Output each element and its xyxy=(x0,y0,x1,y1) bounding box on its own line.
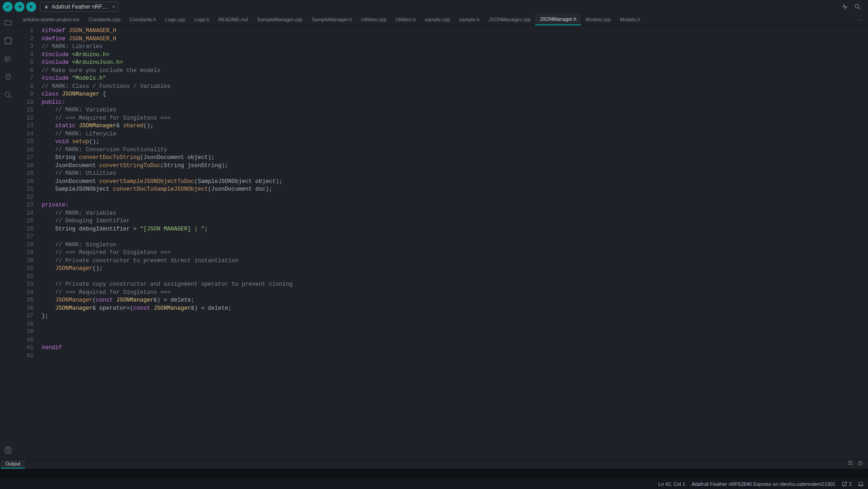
board-port-status[interactable]: Adafruit Feather nRF52840 Express on /de… xyxy=(692,481,835,487)
serial-monitor-button[interactable] xyxy=(854,3,862,11)
editor-region: arduino-starter-project.inoConstants.cpp… xyxy=(16,14,868,459)
svg-point-3 xyxy=(5,92,9,96)
library-manager-icon[interactable] xyxy=(3,53,14,64)
svg-point-5 xyxy=(7,448,9,450)
upload-button[interactable] xyxy=(14,2,24,12)
code-area[interactable]: #ifndef JSON_MANAGER_H#define JSON_MANAG… xyxy=(38,25,293,459)
board-label: Adafruit Feather nRF… xyxy=(52,4,108,10)
check-icon xyxy=(5,4,10,10)
svg-rect-6 xyxy=(859,462,862,465)
svg-point-0 xyxy=(855,5,859,8)
play-debug-icon xyxy=(28,4,34,10)
usb-icon xyxy=(44,5,49,10)
panel-controls xyxy=(847,460,868,469)
tab[interactable]: SampleManager.h xyxy=(307,14,356,25)
tab[interactable]: Constants.cpp xyxy=(84,14,125,25)
magnify-icon xyxy=(854,3,861,10)
boards-manager-icon[interactable] xyxy=(3,35,14,46)
tab-overflow-button[interactable]: ··· xyxy=(854,17,868,22)
tab[interactable]: Constants.h xyxy=(125,14,161,25)
main-area: arduino-starter-project.inoConstants.cpp… xyxy=(0,14,868,459)
cursor-position[interactable]: Ln 42, Col 1 xyxy=(659,481,685,487)
tab-bar: arduino-starter-project.inoConstants.cpp… xyxy=(16,14,868,25)
tab[interactable]: JSONManager.cpp xyxy=(484,14,535,25)
activity-bar xyxy=(0,14,16,459)
notification-count: 2 xyxy=(849,481,852,487)
pulse-icon xyxy=(841,3,849,10)
tab[interactable]: arduino-starter-project.ino xyxy=(18,14,84,25)
window-icon xyxy=(858,481,863,487)
tab[interactable]: JSONManager.h xyxy=(535,14,581,25)
close-panel-button[interactable] xyxy=(858,481,863,487)
account-icon[interactable] xyxy=(3,445,14,455)
debug-button[interactable] xyxy=(26,2,36,12)
tab[interactable]: SampleManager.cpp xyxy=(252,14,307,25)
svg-rect-8 xyxy=(859,484,863,486)
panel-lock-icon[interactable] xyxy=(857,460,863,469)
serial-plotter-button[interactable] xyxy=(841,3,849,11)
tab[interactable]: sample.cpp xyxy=(420,14,455,25)
line-gutter: 1234567891011121314151617181920212223242… xyxy=(16,25,38,459)
search-icon[interactable] xyxy=(3,90,14,101)
tab[interactable]: Models.cpp xyxy=(581,14,615,25)
output-tab[interactable]: Output xyxy=(1,460,25,469)
top-toolbar: Adafruit Feather nRF… xyxy=(0,0,868,14)
link-icon xyxy=(842,481,847,487)
tab[interactable]: Utilities.h xyxy=(391,14,421,25)
tab[interactable]: Logs.cpp xyxy=(161,14,190,25)
tab[interactable]: README.md xyxy=(214,14,252,25)
board-selector[interactable]: Adafruit Feather nRF… xyxy=(40,2,118,12)
folder-icon[interactable] xyxy=(3,17,14,28)
bottom-panel: Output xyxy=(0,459,868,479)
verify-button[interactable] xyxy=(3,2,13,12)
tab[interactable]: Logs.h xyxy=(190,14,214,25)
panel-menu-icon[interactable] xyxy=(847,460,854,469)
svg-rect-1 xyxy=(5,38,11,43)
arrow-right-icon xyxy=(17,4,22,10)
toolbar-right xyxy=(841,3,865,11)
output-body[interactable] xyxy=(0,469,868,479)
notifications-button[interactable]: 2 xyxy=(842,481,852,487)
debug-panel-icon[interactable] xyxy=(3,72,14,82)
panel-tabs: Output xyxy=(0,460,868,469)
tab[interactable]: Models.h xyxy=(616,14,645,25)
code-editor[interactable]: 1234567891011121314151617181920212223242… xyxy=(16,25,868,459)
tab[interactable]: sample.h xyxy=(455,14,484,25)
status-bar: Ln 42, Col 1 Adafruit Feather nRF52840 E… xyxy=(0,479,868,489)
tab[interactable]: Utilities.cpp xyxy=(356,14,391,25)
